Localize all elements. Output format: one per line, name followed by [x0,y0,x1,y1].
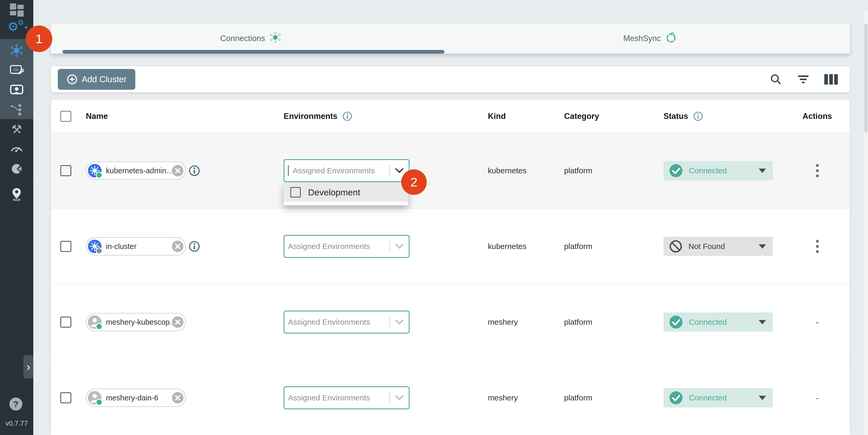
option-label: Development [308,187,360,197]
filter-icon[interactable] [797,74,809,85]
sidebar-item-performance[interactable] [0,139,33,157]
category-cell: platform [564,318,592,327]
connection-name-chip[interactable]: kubernetes-admin... [86,161,186,180]
tab-connections[interactable]: Connections [51,23,451,54]
environments-header-label: Environments [284,112,338,121]
status-label: Not Found [688,242,725,251]
vertical-scrollbar[interactable] [864,10,868,435]
sidebar-lifecycle-group: <> [0,39,33,119]
info-icon[interactable] [342,111,352,122]
row-menu-icon[interactable] [814,238,820,255]
status-caret-icon [759,168,766,173]
toolbar-card: Add Cluster [51,66,850,92]
remove-connection-icon[interactable] [172,316,184,328]
category-cell: platform [564,166,592,175]
status-label: Connected [689,393,727,402]
sidebar-item-configuration[interactable]: ⚒ [0,120,33,139]
actions-cell [803,163,832,179]
connection-name-chip[interactable]: meshery-kubescop... [86,313,186,331]
column-header-kind[interactable]: Kind [488,112,506,121]
remove-connection-icon[interactable] [172,165,184,177]
blocked-circle-icon [669,240,682,253]
kind-cell: meshery [488,393,518,402]
environments-dropdown-menu: Development [284,183,408,205]
environments-placeholder: Assigned Environments [293,166,390,175]
table-row: kubernetes-admin... Assigned Environment… [51,133,850,208]
check-circle-icon [669,315,683,329]
sidebar-item-remote-session[interactable] [0,81,33,100]
chevron-down-icon[interactable] [395,395,404,400]
environments-select[interactable]: Assigned Environments [284,159,409,182]
connection-info-icon[interactable] [188,240,200,252]
sidebar-item-get-involved[interactable] [0,186,33,204]
environments-select[interactable]: Assigned Environments [284,311,409,334]
tab-meshsync[interactable]: MeshSync [451,23,850,54]
row-checkbox[interactable] [60,317,71,328]
status-chip-connected[interactable]: Connected [663,388,773,407]
tab-meshsync-label: MeshSync [623,34,661,43]
row-menu-icon[interactable] [814,163,820,179]
remove-connection-icon[interactable] [172,240,184,252]
check-circle-icon [669,164,683,178]
status-dot [96,247,102,254]
environments-select[interactable]: Assigned Environments [284,386,409,409]
row-checkbox[interactable] [60,392,71,403]
dashboard-icon [10,3,24,15]
connections-table: Name Environments Kind Category Status A… [51,100,850,433]
tab-bar: Connections MeshSync [51,23,850,54]
sidebar-item-extensions[interactable] [0,160,33,179]
column-header-name[interactable]: Name [86,112,108,121]
row-checkbox[interactable] [60,165,71,176]
location-pin-icon [11,188,23,202]
status-caret-icon [759,320,766,324]
sidebar-item-adapters[interactable]: <> [0,61,33,81]
status-chip-not-found[interactable]: Not Found [663,237,773,256]
status-chip-connected[interactable]: Connected [663,312,773,332]
plus-circle-icon [67,74,78,85]
select-all-checkbox[interactable] [60,111,71,122]
search-icon[interactable] [770,73,782,86]
connections-tab-icon [269,31,281,45]
connection-info-icon[interactable] [188,165,200,177]
kubernetes-logo-icon [88,164,102,178]
status-dot [96,172,102,179]
status-chip-connected[interactable]: Connected [663,161,773,180]
scrollbar-thumb[interactable] [864,23,867,133]
connection-name-chip[interactable]: in-cluster [86,237,186,255]
chevron-down-icon[interactable] [395,168,404,173]
sidebar-item-dashboard[interactable] [0,0,33,19]
info-icon[interactable] [693,111,703,122]
row-checkbox[interactable] [60,241,71,252]
active-tab-indicator [62,50,444,54]
no-actions-dash: - [816,393,819,403]
chevron-down-icon[interactable] [395,244,404,249]
table-header-row: Name Environments Kind Category Status A… [51,100,850,133]
remove-connection-icon[interactable] [172,392,184,404]
option-checkbox[interactable] [290,187,301,197]
sidebar-item-service-mesh[interactable] [0,100,33,120]
connections-mesh-icon [10,44,23,58]
actions-cell: - [803,317,832,327]
column-header-category[interactable]: Category [564,112,599,121]
connection-name: in-cluster [106,242,172,251]
sidebar-divider [0,181,33,182]
view-columns-icon[interactable] [824,74,838,85]
status-label: Connected [689,318,727,327]
status-caret-icon [759,396,766,400]
connection-name-chip[interactable]: meshery-dain-6 [86,389,186,407]
environment-option-development[interactable]: Development [284,183,408,201]
sidebar-expand-handle[interactable]: › [23,355,33,378]
gears-icon: ⚙ ⚙ ▾ [7,21,26,35]
help-button[interactable]: ? [9,398,22,410]
status-dot [96,323,102,330]
environments-placeholder: Assigned Environments [288,242,390,251]
chevron-down-icon[interactable] [395,319,404,325]
environments-select[interactable]: Assigned Environments [284,235,409,258]
column-header-status[interactable]: Status [663,111,703,122]
extensions-pie-icon [10,162,23,177]
add-cluster-button[interactable]: Add Cluster [58,69,135,90]
connection-name: meshery-kubescop... [106,318,172,327]
column-header-environments[interactable]: Environments [284,111,352,122]
column-header-actions: Actions [800,112,834,121]
check-circle-icon [669,391,683,405]
